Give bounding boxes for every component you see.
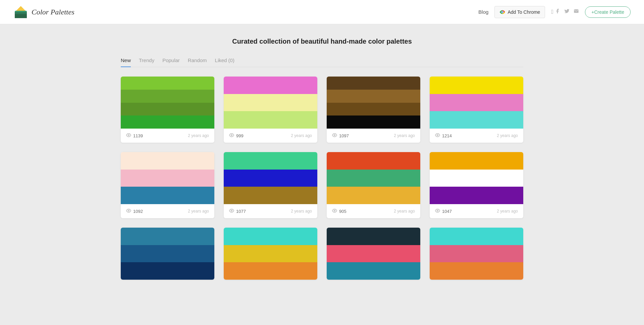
palette-swatches	[121, 152, 214, 204]
tab-trendy[interactable]: Trendy	[139, 57, 154, 67]
palette-meta: 1097 2 years ago	[327, 129, 420, 143]
palette-date: 2 years ago	[394, 209, 415, 214]
palette-card[interactable]: 999 2 years ago	[224, 77, 317, 143]
palette-card[interactable]: 1097 2 years ago	[327, 77, 420, 143]
color-swatch	[121, 170, 214, 187]
color-swatch	[430, 228, 523, 245]
palette-card[interactable]: 1077 2 years ago	[224, 152, 317, 218]
palette-views: 1214	[435, 133, 452, 139]
eye-icon	[229, 208, 234, 214]
palette-card[interactable]: 1047 2 years ago	[430, 152, 523, 218]
color-swatch	[327, 77, 420, 90]
color-swatch	[224, 152, 317, 170]
palette-views: 999	[229, 133, 244, 139]
palette-date: 2 years ago	[291, 209, 312, 214]
color-swatch	[430, 262, 523, 280]
palette-card[interactable]: 1139 2 years ago	[121, 77, 214, 143]
palette-card[interactable]: 1092 2 years ago	[121, 152, 214, 218]
palette-date: 2 years ago	[497, 209, 518, 214]
color-swatch	[224, 245, 317, 263]
twitter-icon[interactable]	[564, 8, 570, 15]
view-count: 1214	[442, 133, 452, 138]
page-title: Curated collection of beautiful hand-mad…	[121, 38, 523, 45]
svg-point-7	[502, 11, 503, 13]
palette-card[interactable]	[327, 228, 420, 280]
main-content: Curated collection of beautiful hand-mad…	[107, 24, 537, 300]
logo-text: Color Palettes	[32, 8, 74, 16]
color-swatch	[430, 152, 523, 170]
palette-card[interactable]	[430, 228, 523, 280]
create-palette-button[interactable]: +Create Palette	[585, 6, 631, 18]
color-swatch	[224, 94, 317, 111]
view-count: 905	[339, 209, 346, 214]
tab-random[interactable]: Random	[188, 57, 207, 67]
palette-card[interactable]	[224, 228, 317, 280]
color-swatch	[430, 170, 523, 187]
svg-point-9	[231, 135, 232, 136]
color-swatch	[327, 187, 420, 204]
palette-swatches	[121, 77, 214, 129]
palette-meta: 1139 2 years ago	[121, 129, 214, 143]
color-swatch	[327, 115, 420, 129]
palette-meta: 1047 2 years ago	[430, 204, 523, 218]
palette-views: 1077	[229, 208, 246, 214]
social-icons: 	[551, 8, 579, 15]
palette-swatches	[224, 228, 317, 280]
tab-new[interactable]: New	[121, 57, 131, 67]
eye-icon	[126, 208, 131, 214]
svg-point-12	[128, 210, 129, 212]
view-count: 1092	[133, 209, 143, 214]
color-swatch	[430, 111, 523, 129]
color-swatch	[327, 170, 420, 187]
palette-card[interactable]	[121, 228, 214, 280]
logo-area[interactable]: Color Palettes	[13, 5, 74, 19]
palette-meta: 1092 2 years ago	[121, 204, 214, 218]
svg-point-15	[437, 210, 438, 212]
svg-point-13	[231, 210, 232, 212]
color-swatch	[121, 90, 214, 103]
palette-swatches	[224, 152, 317, 204]
color-swatch	[327, 152, 420, 170]
color-swatch	[121, 262, 214, 280]
palette-views: 1092	[126, 208, 143, 214]
color-swatch	[224, 228, 317, 245]
tab-nav: New Trendy Popular Random Liked (0)	[121, 57, 523, 67]
color-swatch	[430, 187, 523, 204]
tab-liked[interactable]: Liked (0)	[215, 57, 234, 67]
google-chrome-icon	[499, 9, 505, 15]
palette-swatches	[327, 152, 420, 204]
header-right: Blog Add To Chrome 	[478, 6, 631, 18]
tab-popular[interactable]: Popular	[162, 57, 180, 67]
palette-swatches	[327, 77, 420, 129]
view-count: 999	[236, 133, 244, 138]
color-swatch	[327, 228, 420, 245]
color-swatch	[327, 90, 420, 103]
color-swatch	[121, 103, 214, 116]
color-swatch	[224, 170, 317, 187]
color-swatch	[121, 187, 214, 204]
add-to-chrome-button[interactable]: Add To Chrome	[494, 6, 545, 18]
palette-swatches	[121, 228, 214, 280]
color-swatch	[121, 152, 214, 170]
svg-point-14	[334, 210, 335, 212]
view-count: 1139	[133, 133, 143, 138]
palette-grid: 1139 2 years ago 999 2 years ago	[121, 77, 523, 280]
palette-date: 2 years ago	[394, 133, 415, 138]
color-swatch	[430, 245, 523, 263]
palette-swatches	[430, 228, 523, 280]
palette-meta: 905 2 years ago	[327, 204, 420, 218]
palette-meta: 999 2 years ago	[224, 129, 317, 143]
view-count: 1077	[236, 209, 246, 214]
blog-link[interactable]: Blog	[478, 9, 488, 15]
facebook-icon[interactable]: 	[551, 8, 560, 15]
palette-date: 2 years ago	[497, 133, 518, 138]
color-swatch	[121, 115, 214, 129]
color-swatch	[121, 245, 214, 263]
color-swatch	[327, 262, 420, 280]
email-icon[interactable]	[574, 8, 579, 15]
palette-card[interactable]: 1214 2 years ago	[430, 77, 523, 143]
palette-swatches	[430, 152, 523, 204]
eye-icon	[332, 133, 337, 139]
palette-card[interactable]: 905 2 years ago	[327, 152, 420, 218]
svg-rect-4	[15, 14, 27, 18]
